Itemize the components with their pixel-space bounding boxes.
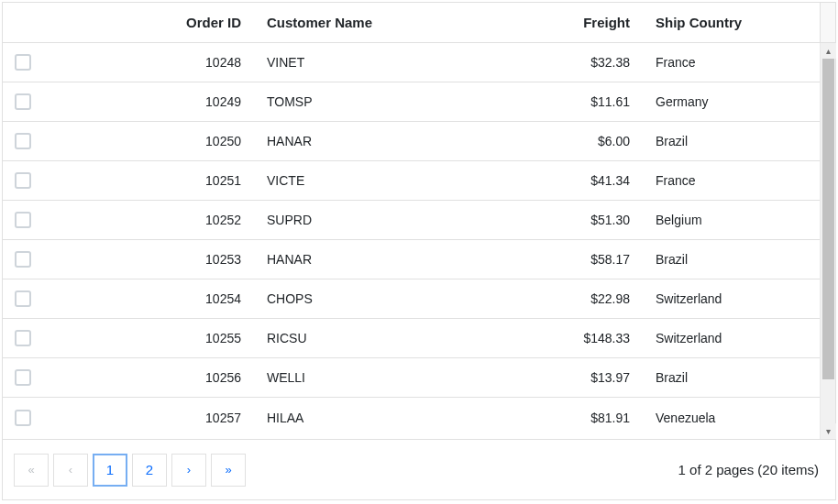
row-checkbox-cell bbox=[3, 410, 43, 426]
cell-freight: $51.30 bbox=[518, 213, 643, 227]
pager-page-button[interactable]: 2 bbox=[132, 454, 167, 487]
pager-prev-button[interactable]: ‹ bbox=[53, 454, 88, 487]
cell-ship-country: Switzerland bbox=[643, 291, 819, 306]
cell-ship-country: Germany bbox=[643, 94, 819, 109]
pager-first-button[interactable]: « bbox=[14, 454, 49, 487]
cell-ship-country: Switzerland bbox=[643, 331, 819, 345]
table-row[interactable]: 10255RICSU$148.33Switzerland bbox=[3, 319, 820, 358]
table-row[interactable]: 10249TOMSP$11.61Germany bbox=[3, 82, 820, 122]
cell-order-id: 10254 bbox=[43, 291, 254, 306]
header-customer-name[interactable]: Customer Name bbox=[254, 15, 518, 30]
cell-ship-country: Brazil bbox=[643, 370, 819, 385]
cell-ship-country: Brazil bbox=[643, 252, 819, 267]
cell-customer-name: HILAA bbox=[254, 411, 518, 425]
row-checkbox[interactable] bbox=[15, 212, 31, 228]
cell-order-id: 10256 bbox=[43, 370, 254, 385]
pager-next-button[interactable]: › bbox=[171, 454, 206, 487]
row-checkbox-cell bbox=[3, 93, 43, 110]
chevron-right-icon: › bbox=[187, 463, 191, 477]
scroll-thumb[interactable] bbox=[822, 59, 834, 379]
table-row[interactable]: 10250HANAR$6.00Brazil bbox=[3, 122, 820, 161]
table-row[interactable]: 10254CHOPS$22.98Switzerland bbox=[3, 279, 820, 319]
scroll-down-button[interactable]: ▾ bbox=[821, 423, 836, 439]
table-row[interactable]: 10256WELLI$13.97Brazil bbox=[3, 358, 820, 398]
cell-freight: $148.33 bbox=[518, 331, 643, 345]
cell-order-id: 10255 bbox=[43, 331, 254, 345]
cell-ship-country: Brazil bbox=[643, 134, 819, 148]
cell-freight: $6.00 bbox=[518, 134, 643, 148]
cell-order-id: 10253 bbox=[43, 252, 254, 267]
row-checkbox-cell bbox=[3, 290, 43, 307]
cell-freight: $41.34 bbox=[518, 173, 643, 188]
row-checkbox-cell bbox=[3, 251, 43, 268]
row-checkbox[interactable] bbox=[15, 172, 31, 189]
chevron-double-right-icon: » bbox=[225, 463, 231, 477]
cell-ship-country: France bbox=[643, 55, 819, 70]
cell-freight: $32.38 bbox=[518, 55, 643, 70]
cell-ship-country: France bbox=[643, 173, 819, 188]
row-checkbox-cell bbox=[3, 212, 43, 228]
row-checkbox[interactable] bbox=[15, 369, 31, 386]
header-ship-country[interactable]: Ship Country bbox=[643, 15, 819, 30]
row-checkbox[interactable] bbox=[15, 93, 31, 110]
header-order-id[interactable]: Order ID bbox=[43, 15, 254, 30]
cell-order-id: 10249 bbox=[43, 94, 254, 109]
pager-page-button[interactable]: 1 bbox=[93, 454, 127, 487]
grid-header: Order ID Customer Name Freight Ship Coun… bbox=[3, 3, 820, 43]
table-row[interactable]: 10248VINET$32.38France bbox=[3, 43, 820, 82]
cell-customer-name: VINET bbox=[254, 55, 518, 70]
cell-customer-name: CHOPS bbox=[254, 291, 518, 306]
cell-customer-name: SUPRD bbox=[254, 213, 518, 227]
row-checkbox[interactable] bbox=[15, 330, 31, 346]
cell-customer-name: TOMSP bbox=[254, 94, 518, 109]
header-freight[interactable]: Freight bbox=[518, 15, 643, 30]
grid-body: 10248VINET$32.38France10249TOMSP$11.61Ge… bbox=[3, 43, 820, 439]
cell-customer-name: HANAR bbox=[254, 134, 518, 148]
scroll-gutter bbox=[820, 3, 835, 43]
row-checkbox[interactable] bbox=[15, 410, 31, 426]
cell-customer-name: RICSU bbox=[254, 331, 518, 345]
row-checkbox-cell bbox=[3, 172, 43, 189]
cell-order-id: 10252 bbox=[43, 213, 254, 227]
cell-ship-country: Venezuela bbox=[643, 411, 819, 425]
cell-freight: $11.61 bbox=[518, 94, 643, 109]
row-checkbox[interactable] bbox=[15, 290, 31, 307]
cell-customer-name: WELLI bbox=[254, 370, 518, 385]
pager-last-button[interactable]: » bbox=[211, 454, 246, 487]
cell-customer-name: HANAR bbox=[254, 252, 518, 267]
cell-freight: $58.17 bbox=[518, 252, 643, 267]
table-row[interactable]: 10257HILAA$81.91Venezuela bbox=[3, 398, 820, 437]
table-row[interactable]: 10253HANAR$58.17Brazil bbox=[3, 240, 820, 279]
cell-order-id: 10250 bbox=[43, 134, 254, 148]
cell-ship-country: Belgium bbox=[643, 213, 819, 227]
pager-info: 1 of 2 pages (20 items) bbox=[678, 462, 824, 477]
row-checkbox-cell bbox=[3, 133, 43, 149]
cell-freight: $13.97 bbox=[518, 370, 643, 385]
table-row[interactable]: 10251VICTE$41.34France bbox=[3, 161, 820, 201]
pager: « ‹ 12 › » 1 of 2 pages (20 items) bbox=[3, 439, 835, 499]
cell-customer-name: VICTE bbox=[254, 173, 518, 188]
cell-order-id: 10257 bbox=[43, 411, 254, 425]
row-checkbox-cell bbox=[3, 369, 43, 386]
table-row[interactable]: 10252SUPRD$51.30Belgium bbox=[3, 201, 820, 240]
row-checkbox[interactable] bbox=[15, 251, 31, 268]
row-checkbox-cell bbox=[3, 54, 43, 71]
cell-order-id: 10248 bbox=[43, 55, 254, 70]
chevron-double-left-icon: « bbox=[28, 463, 34, 477]
row-checkbox-cell bbox=[3, 330, 43, 346]
vertical-scrollbar[interactable]: ▴ ▾ bbox=[820, 43, 835, 439]
cell-freight: $22.98 bbox=[518, 291, 643, 306]
cell-freight: $81.91 bbox=[518, 411, 643, 425]
cell-order-id: 10251 bbox=[43, 173, 254, 188]
scroll-up-button[interactable]: ▴ bbox=[821, 43, 836, 59]
row-checkbox[interactable] bbox=[15, 54, 31, 71]
row-checkbox[interactable] bbox=[15, 133, 31, 149]
chevron-left-icon: ‹ bbox=[69, 463, 72, 477]
data-grid: Order ID Customer Name Freight Ship Coun… bbox=[2, 2, 836, 500]
